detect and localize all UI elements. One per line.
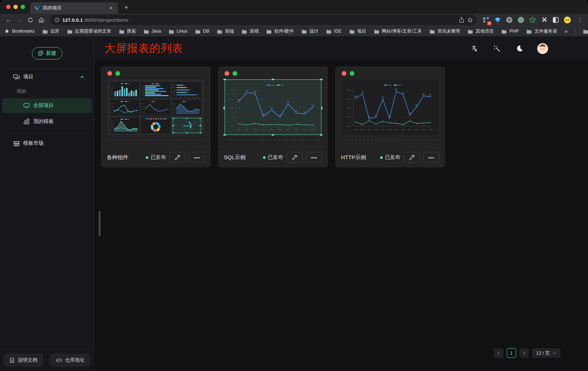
selection-handle[interactable]	[272, 79, 274, 80]
selection-handle[interactable]	[320, 79, 322, 80]
reload-icon[interactable]	[25, 15, 36, 25]
card-footer: HTTP示例已发布•••	[335, 147, 445, 168]
back-icon[interactable]: ←	[4, 15, 14, 25]
profile-emoji-icon[interactable]	[563, 16, 571, 24]
browser-tab[interactable]: 我的项目 ×	[30, 2, 118, 14]
next-page-button[interactable]	[519, 348, 529, 358]
bookmark-folder[interactable]: Java	[144, 29, 161, 34]
red-dot-icon	[342, 71, 346, 76]
selection-handle[interactable]	[223, 107, 225, 110]
new-project-button[interactable]: 新建	[32, 47, 62, 59]
repo-button[interactable]: 仓库地址	[50, 354, 90, 367]
share-icon[interactable]	[459, 17, 464, 23]
new-tab-button[interactable]: +	[121, 3, 132, 13]
selection-handle[interactable]	[223, 134, 226, 136]
dotted-divider	[108, 139, 203, 140]
bookmarks-apps[interactable]: Bookmarks	[4, 29, 35, 34]
sidebar-item-all-projects[interactable]: 全部项目	[2, 98, 92, 113]
bookmark-folder[interactable]: 前端	[217, 28, 234, 34]
mini-chart-grid: 25.00%	[110, 82, 201, 132]
other-bookmarks-folder[interactable]: 其他书签	[583, 28, 588, 34]
more-options-button[interactable]: •••	[306, 152, 322, 163]
bookmark-folder[interactable]: 近期需要读的文章	[67, 28, 111, 34]
project-preview[interactable]	[342, 79, 439, 135]
project-cards: 25.00%各种组件已发布•••SQL示例已发布•••HTTP示例已发布•••	[101, 66, 588, 168]
scrollbar-thumb[interactable]	[99, 211, 100, 236]
hammer-icon	[409, 154, 415, 161]
extensions-puzzle-icon[interactable]	[540, 16, 548, 24]
green-dot-icon	[115, 71, 120, 76]
bookmark-folder[interactable]: 游戏	[242, 28, 259, 34]
mini-chart-line	[110, 100, 139, 116]
more-options-button[interactable]: •••	[189, 152, 205, 163]
project-card: HTTP示例已发布•••	[335, 66, 445, 168]
forward-icon[interactable]: →	[15, 15, 25, 25]
code-icon	[56, 358, 62, 363]
language-icon[interactable]: 文A	[470, 44, 479, 53]
bookmark-folder[interactable]: 资讯未整理	[429, 28, 460, 34]
goview-app: 新建 项目 我的 全部项目 我的模板 模板市场	[0, 36, 588, 371]
tab-manager-extension-icon[interactable]: 9	[482, 16, 490, 24]
bookmark-folder[interactable]: 网站/博客/文章/工具	[374, 28, 422, 34]
magic-wand-icon[interactable]	[492, 44, 502, 53]
gem-extension-icon[interactable]	[493, 16, 502, 24]
edit-hammer-button[interactable]	[169, 152, 185, 163]
docs-button[interactable]: 说明文档	[4, 354, 43, 367]
dark-mode-moon-icon[interactable]	[515, 44, 524, 53]
bookmark-folder[interactable]: IDE	[326, 29, 342, 34]
card-window-dots	[107, 71, 204, 76]
bookmarks-overflow-chevron[interactable]: »	[565, 28, 568, 34]
sidebar-item-template-market[interactable]: 模板市场	[0, 136, 94, 151]
dark-reader-extension-icon[interactable]	[551, 16, 560, 24]
bookmark-folder[interactable]: 设计	[301, 28, 318, 34]
bookmark-folder[interactable]: PHP	[501, 29, 519, 34]
prev-page-button[interactable]	[494, 348, 503, 358]
status-label: 已发布	[268, 154, 283, 161]
minimize-window-button[interactable]	[13, 5, 18, 9]
selection-handle[interactable]	[223, 79, 226, 80]
bookmark-star-icon[interactable]	[467, 17, 473, 23]
selection-handle[interactable]	[272, 134, 274, 136]
edit-hammer-button[interactable]	[287, 152, 303, 163]
bookmark-folder[interactable]: 软件/硬件	[266, 28, 293, 34]
edit-hammer-button[interactable]	[404, 152, 420, 163]
selection-handle[interactable]	[321, 107, 322, 110]
bookmark-folder-label: 设计	[309, 28, 318, 34]
sidebar-item-my-templates[interactable]: 我的模板	[2, 114, 92, 129]
more-options-button[interactable]: •••	[423, 152, 439, 163]
selection-handle[interactable]	[320, 134, 322, 136]
project-preview[interactable]	[225, 79, 321, 135]
address-bar[interactable]: 127.0.0.1:3000/#/project/items	[50, 15, 477, 25]
publish-status: 已发布	[380, 154, 400, 161]
chrome-menu-icon[interactable]: ⋮	[575, 17, 585, 23]
bookmark-folder-label: 资讯未整理	[437, 28, 460, 34]
close-window-button[interactable]	[6, 5, 11, 9]
user-avatar[interactable]	[537, 43, 548, 54]
project-preview[interactable]: 25.00%	[107, 79, 204, 135]
bookmark-folder[interactable]: 项目	[349, 28, 366, 34]
green-star-extension-icon[interactable]	[528, 16, 536, 24]
bookmark-folder[interactable]: 运营	[42, 28, 59, 34]
recorder-extension-icon[interactable]	[517, 16, 525, 24]
page-size-select[interactable]: 12 / 页	[532, 348, 560, 358]
bookmark-folder[interactable]: DB	[195, 29, 209, 34]
site-info-icon[interactable]	[54, 17, 59, 22]
card-window-dots	[342, 71, 439, 76]
current-page-button[interactable]: 1	[507, 348, 516, 358]
sidebar-section-project[interactable]: 项目	[0, 69, 94, 84]
hammer-icon	[174, 154, 181, 161]
url-host: 127.0.0.1	[62, 17, 83, 23]
header-actions: 文A	[470, 43, 548, 54]
card-window-dots	[225, 71, 321, 76]
bookmark-folder-label: 网站/博客/文章/工具	[382, 28, 422, 34]
chevron-up-icon[interactable]	[80, 75, 85, 79]
bookmark-folder[interactable]: 其他语言	[468, 28, 494, 34]
bookmark-folder[interactable]: Linux	[169, 29, 188, 34]
home-icon[interactable]	[36, 15, 46, 25]
tab-close-icon[interactable]: ×	[108, 5, 114, 11]
bookmark-folder[interactable]: 搜索	[119, 28, 136, 34]
zoom-window-button[interactable]	[21, 5, 25, 9]
browser-window: 我的项目 × + ← → 127.0.0.1:3000/#/project/it…	[0, 0, 588, 371]
command-extension-icon[interactable]: ⌘	[505, 16, 513, 24]
bookmark-folder[interactable]: 文件服务器	[526, 28, 557, 34]
